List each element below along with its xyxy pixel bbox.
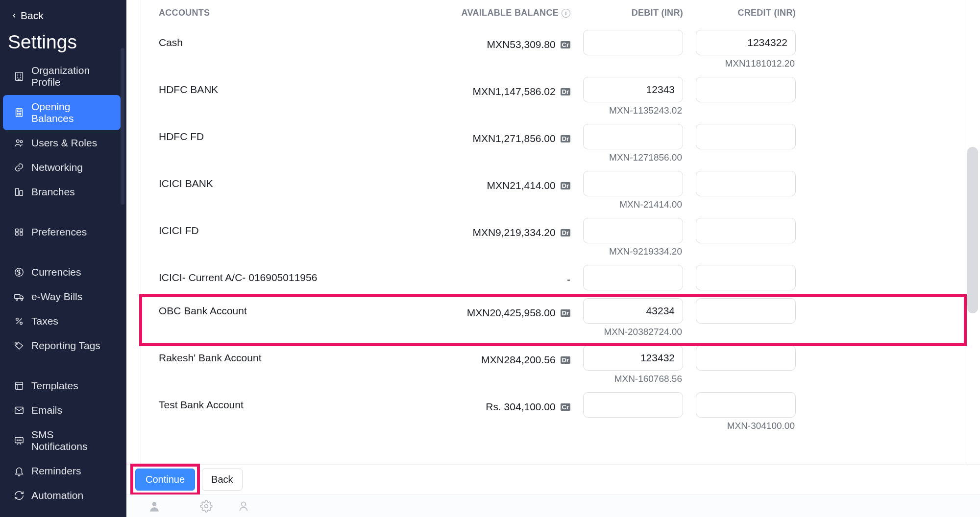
debit-helper: MXN-1135243.02 bbox=[609, 105, 683, 116]
users-icon bbox=[14, 138, 24, 148]
sidebar-item-sms-notifications[interactable]: SMS Notifications bbox=[3, 423, 121, 458]
sidebar-nav: Organization Profile Opening Balances Us… bbox=[0, 58, 123, 517]
person-icon[interactable] bbox=[237, 500, 250, 513]
credit-input[interactable] bbox=[696, 298, 796, 324]
available-balance: MXN1,271,856.00 Dr bbox=[404, 124, 570, 144]
credit-input[interactable] bbox=[696, 265, 796, 290]
header-debit: DEBIT (INR) bbox=[570, 8, 683, 18]
content-scrollbar[interactable] bbox=[967, 147, 978, 313]
available-balance: MXN1,147,586.02 Dr bbox=[404, 77, 570, 97]
sidebar-item-reminders[interactable]: Reminders bbox=[3, 459, 121, 483]
drcr-badge: Cr bbox=[561, 41, 570, 48]
sidebar-item-label: Opening Balances bbox=[31, 101, 110, 124]
sidebar-item-label: Taxes bbox=[31, 315, 58, 327]
table-row: OBC Bank AccountMXN20,425,958.00 DrMXN-2… bbox=[141, 296, 965, 343]
debit-helper: MXN-20382724.00 bbox=[604, 327, 684, 337]
sidebar-item-label: Automation bbox=[31, 490, 83, 501]
debit-cell: MXN-1271856.00 bbox=[570, 124, 683, 163]
credit-cell bbox=[683, 77, 796, 102]
debit-input[interactable] bbox=[583, 77, 683, 102]
continue-button[interactable]: Continue bbox=[135, 469, 195, 491]
sidebar-item-emails[interactable]: Emails bbox=[3, 399, 121, 422]
back-button[interactable]: Back bbox=[202, 469, 242, 491]
back-link[interactable]: Back bbox=[0, 5, 126, 26]
debit-helper: MXN-21414.00 bbox=[619, 199, 683, 210]
svg-rect-2 bbox=[17, 110, 21, 112]
calculator-icon bbox=[14, 107, 24, 118]
sidebar-item-label: Networking bbox=[31, 162, 83, 173]
sidebar-item-taxes[interactable]: Taxes bbox=[3, 309, 121, 333]
svg-point-10 bbox=[20, 141, 22, 142]
debit-input[interactable] bbox=[583, 171, 683, 196]
sidebar-item-branches[interactable]: Branches bbox=[3, 180, 121, 204]
svg-point-30 bbox=[17, 440, 18, 441]
tag-icon bbox=[14, 340, 24, 351]
credit-input[interactable] bbox=[696, 392, 796, 418]
sidebar-item-users-roles[interactable]: Users & Roles bbox=[3, 131, 121, 155]
sidebar-item-organization-profile[interactable]: Organization Profile bbox=[3, 59, 121, 94]
sidebar-item-label: Organization Profile bbox=[31, 65, 110, 88]
building-icon bbox=[14, 71, 24, 82]
debit-input[interactable] bbox=[583, 392, 683, 418]
sliders-icon bbox=[14, 227, 24, 237]
debit-input[interactable] bbox=[583, 298, 683, 324]
credit-input[interactable] bbox=[696, 30, 796, 55]
sidebar-item-label: Reminders bbox=[31, 465, 81, 477]
table-row: ICICI FDMXN9,219,334.20 DrMXN-9219334.20 bbox=[141, 216, 965, 263]
table-row: ICICI BANKMXN21,414.00 DrMXN-21414.00 bbox=[141, 169, 965, 216]
avatar-icon bbox=[148, 500, 161, 513]
sidebar-item-eway-bills[interactable]: e-Way Bills bbox=[3, 285, 121, 308]
credit-cell bbox=[683, 124, 796, 149]
credit-input[interactable] bbox=[696, 345, 796, 371]
sidebar-item-automation[interactable]: Automation bbox=[3, 484, 121, 507]
credit-input[interactable] bbox=[696, 218, 796, 243]
svg-rect-14 bbox=[20, 229, 23, 232]
sidebar-item-reporting-tags[interactable]: Reporting Tags bbox=[3, 334, 121, 357]
account-name: HDFC FD bbox=[159, 124, 404, 142]
sidebar-item-label: Preferences bbox=[31, 226, 87, 238]
header-accounts: ACCOUNTS bbox=[159, 8, 404, 18]
credit-cell bbox=[683, 218, 796, 243]
debit-input[interactable] bbox=[583, 218, 683, 243]
credit-input[interactable] bbox=[696, 171, 796, 196]
sidebar-item-opening-balances[interactable]: Opening Balances bbox=[3, 95, 121, 130]
sidebar-scrollbar[interactable] bbox=[121, 48, 124, 205]
svg-point-9 bbox=[17, 140, 20, 143]
app-footer-bar bbox=[126, 494, 980, 517]
settings-sidebar: Back Settings Organization Profile Openi… bbox=[0, 0, 126, 517]
sidebar-item-label: Users & Roles bbox=[31, 137, 97, 149]
sidebar-item-templates[interactable]: Templates bbox=[3, 374, 121, 398]
sidebar-item-preferences[interactable]: Preferences bbox=[3, 220, 121, 244]
credit-helper: MXN-304100.00 bbox=[727, 421, 796, 431]
drcr-badge: Dr bbox=[561, 356, 570, 364]
svg-rect-28 bbox=[15, 407, 24, 414]
debit-helper: MXN-9219334.20 bbox=[609, 246, 683, 257]
table-row: HDFC BANKMXN1,147,586.02 DrMXN-1135243.0… bbox=[141, 75, 965, 122]
chevron-left-icon bbox=[11, 12, 18, 19]
account-name: ICICI- Current A/C- 016905011956 bbox=[159, 265, 404, 283]
svg-rect-16 bbox=[20, 233, 23, 235]
drcr-badge: Dr bbox=[561, 182, 570, 189]
debit-input[interactable] bbox=[583, 30, 683, 55]
bell-icon bbox=[14, 466, 24, 476]
svg-point-22 bbox=[20, 322, 23, 325]
available-balance: MXN53,309.80 Cr bbox=[404, 30, 570, 50]
drcr-badge: Dr bbox=[561, 229, 570, 236]
svg-rect-12 bbox=[20, 190, 23, 195]
credit-input[interactable] bbox=[696, 124, 796, 149]
debit-input[interactable] bbox=[583, 265, 683, 290]
sidebar-item-networking[interactable]: Networking bbox=[3, 156, 121, 179]
debit-input[interactable] bbox=[583, 345, 683, 371]
credit-input[interactable] bbox=[696, 77, 796, 102]
account-name: Rakesh' Bank Account bbox=[159, 345, 404, 364]
sidebar-item-currencies[interactable]: Currencies bbox=[3, 260, 121, 284]
svg-point-21 bbox=[16, 318, 19, 321]
svg-point-37 bbox=[242, 502, 246, 506]
table-row: CashMXN53,309.80 CrMXN1181012.20 bbox=[141, 28, 965, 75]
debit-input[interactable] bbox=[583, 124, 683, 149]
info-icon[interactable]: i bbox=[562, 9, 570, 18]
sidebar-item-label: SMS Notifications bbox=[31, 429, 110, 452]
svg-point-3 bbox=[18, 113, 18, 114]
account-name: HDFC BANK bbox=[159, 77, 404, 95]
svg-rect-25 bbox=[16, 382, 23, 390]
